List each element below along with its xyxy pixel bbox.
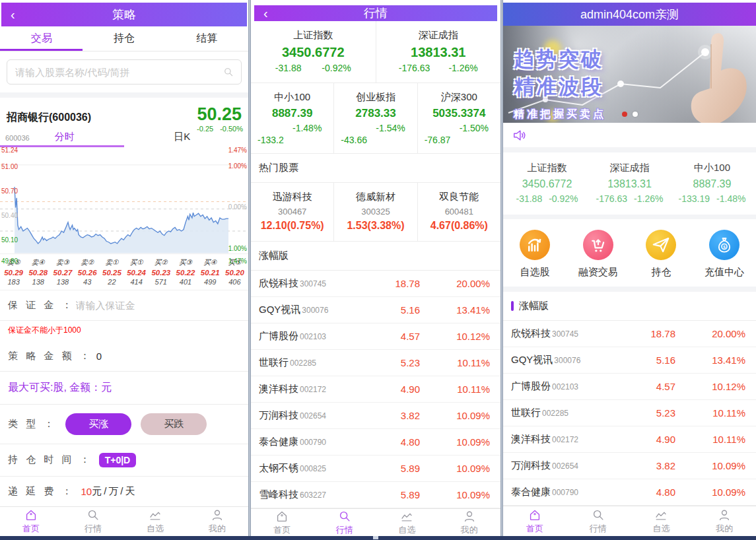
gainer-row[interactable]: GQY视讯300076 5.16 13.41% (503, 347, 756, 374)
hot-stock-card[interactable]: 德威新材 300325 1.53(3.38%) (333, 183, 417, 241)
feature-融资交易[interactable]: 融资交易 (567, 230, 630, 279)
margin-input[interactable] (75, 299, 240, 312)
nav-home[interactable]: 首页 (503, 508, 567, 535)
order-level: 买④ 50.21 499 (198, 258, 223, 286)
pct-axis-tick: 1.00% (228, 163, 247, 170)
carousel-dot[interactable] (633, 112, 638, 117)
margin-warning: 保证金不能小于1000 (0, 321, 248, 341)
feature-充值中心[interactable]: $ 充值中心 (693, 230, 756, 279)
minute-chart: 51.2451.0050.7050.4050.1049.801.47%1.00%… (0, 147, 248, 253)
gainer-row[interactable]: 万润科技002654 3.82 10.09% (251, 403, 500, 429)
person-icon (462, 509, 477, 523)
cart-up-icon (583, 230, 613, 260)
y-axis-tick: 50.10 (1, 237, 18, 244)
speaker-icon (512, 128, 527, 143)
index-card[interactable]: 深证成指 13813.31 -176.63-1.26% (376, 21, 501, 83)
feature-持仓[interactable]: 持仓 (630, 230, 693, 279)
margin-label: 保 证 金 ： (8, 299, 75, 312)
index-card[interactable]: 中小100 8887.39 -1.48% -133.2 (251, 83, 333, 153)
nav-watchlist[interactable]: 自选 (376, 509, 438, 536)
gainer-row[interactable]: 世联行002285 5.23 10.11% (251, 350, 500, 376)
gainer-row[interactable]: 广博股份002103 4.57 10.12% (251, 323, 500, 350)
announcement-bar[interactable] (503, 123, 756, 147)
back-chevron-icon[interactable]: ‹ (11, 3, 15, 26)
home-icon (528, 508, 542, 522)
nav-mine[interactable]: 我的 (186, 508, 248, 535)
gainer-row[interactable]: 万润科技002654 3.82 10.09% (503, 453, 756, 479)
buy-up-button[interactable]: 买涨 (65, 413, 131, 435)
buy-down-button[interactable]: 买跌 (141, 413, 207, 435)
search-area (0, 51, 248, 92)
tab-trade[interactable]: 交易 (0, 26, 83, 51)
tab-minute-chart[interactable]: 分时 (55, 131, 75, 143)
index-card[interactable]: 中小100 8887.39 -133.19-1.48% (671, 162, 753, 204)
home-icon (24, 508, 38, 522)
person-icon (717, 508, 732, 522)
section-gap (503, 287, 756, 291)
gainer-row[interactable]: 澳洋科技002172 4.90 10.11% (251, 376, 500, 403)
nav-mine[interactable]: 我的 (438, 509, 501, 536)
search-icon (223, 66, 234, 78)
stock-name: 招商银行(600036) (7, 104, 91, 125)
search-icon (337, 509, 352, 523)
index-card[interactable]: 深证成指 13813.31 -176.63-1.26% (588, 162, 671, 204)
gainer-row[interactable]: 欣锐科技300745 18.78 20.00% (251, 271, 500, 297)
nav-watchlist[interactable]: 自选 (630, 508, 693, 535)
defer-fee-label: 递 延 费 ： (8, 485, 75, 498)
feature-自选股[interactable]: 自选股 (503, 230, 567, 279)
y-axis-tick: 51.00 (1, 164, 18, 170)
promo-banner[interactable]: 趋势突破 精准波段 精准把握买卖点 (503, 26, 756, 123)
hot-stock-card[interactable]: 迅游科技 300467 12.10(0.75%) (251, 183, 333, 241)
nav-market[interactable]: 行情 (567, 508, 630, 535)
resize-handle[interactable] (373, 536, 378, 539)
index-card[interactable]: 上证指数 3450.6772 -31.88-0.92% (506, 162, 588, 204)
gainer-row[interactable]: 泰合健康000790 4.80 10.09% (251, 429, 500, 456)
hot-stock-card[interactable]: 双良节能 600481 4.67(0.86%) (417, 183, 500, 241)
nav-watchlist[interactable]: 自选 (124, 508, 186, 535)
page-title: 行情 (364, 5, 388, 21)
nav-home[interactable]: 首页 (251, 509, 314, 536)
strategy-screen: ‹ 策略 交易 持仓 结算 招商银行(600036) 50.25 600036 … (0, 0, 248, 536)
carousel-dots (503, 112, 756, 117)
bottom-nav: 首页 行情 自选 我的 (503, 506, 756, 536)
index-card[interactable]: 上证指数 3450.6772 -31.88-0.92% (251, 21, 376, 83)
search-icon (86, 508, 100, 522)
nav-mine[interactable]: 我的 (693, 508, 756, 535)
index-card[interactable]: 沪深300 5035.3374 -1.50% -76.87 (417, 83, 500, 153)
index-card[interactable]: 创业板指 2783.33 -1.54% -43.66 (333, 83, 417, 153)
tab-positions[interactable]: 持仓 (83, 26, 165, 51)
pct-axis-tick: 1.47% (228, 147, 247, 154)
gainers-title: 涨幅版 (503, 292, 756, 321)
tab-settlement[interactable]: 结算 (166, 26, 248, 51)
nav-market[interactable]: 行情 (62, 508, 124, 535)
nav-home[interactable]: 首页 (0, 508, 62, 535)
gainer-row[interactable]: 太钢不锈000825 5.89 10.09% (251, 456, 500, 482)
section-gap (503, 215, 756, 219)
gainer-row[interactable]: 欣锐科技300745 18.78 20.00% (503, 321, 756, 347)
strategy-header: ‹ 策略 (1, 3, 247, 26)
paper-plane-icon (646, 230, 676, 260)
gainer-row[interactable]: 泰合健康000790 4.80 10.09% (503, 479, 756, 506)
nav-market[interactable]: 行情 (314, 509, 376, 536)
carousel-dot-active[interactable] (622, 112, 627, 117)
stock-search-input[interactable] (14, 66, 223, 79)
gainers-title: 涨幅版 (251, 242, 500, 271)
y-axis-tick: 51.24 (1, 147, 18, 154)
page-title: 策略 (112, 7, 136, 22)
minor-indices: 中小100 8887.39 -1.48% -133.2 创业板指 2783.33… (251, 83, 500, 154)
gainer-row[interactable]: GQY视讯300076 5.16 13.41% (251, 297, 500, 323)
section-gap (503, 147, 756, 152)
gainer-row[interactable]: 广博股份002103 4.57 10.12% (503, 374, 756, 400)
y-axis-tick: 49.80 (1, 258, 18, 265)
strategy-amount-row: 策 略 金 额 ： 0 (0, 341, 248, 372)
back-chevron-icon[interactable]: ‹ (263, 5, 268, 21)
gainer-row[interactable]: 澳洋科技002172 4.90 10.11% (503, 426, 756, 453)
banner-text: 趋势突破 精准波段 精准把握买卖点 (514, 46, 606, 121)
hold-time-badge[interactable]: T+0|D (99, 453, 137, 467)
gainers-list: 欣锐科技300745 18.78 20.00% GQY视讯300076 5.16… (503, 321, 756, 506)
stock-price: 50.25 (197, 104, 242, 125)
tab-daily-k[interactable]: 日K (174, 131, 190, 143)
gainer-row[interactable]: 雪峰科技603227 5.89 10.09% (251, 482, 500, 508)
pct-axis-tick: 0.00% (228, 204, 247, 211)
gainer-row[interactable]: 世联行002285 5.23 10.11% (503, 400, 756, 426)
